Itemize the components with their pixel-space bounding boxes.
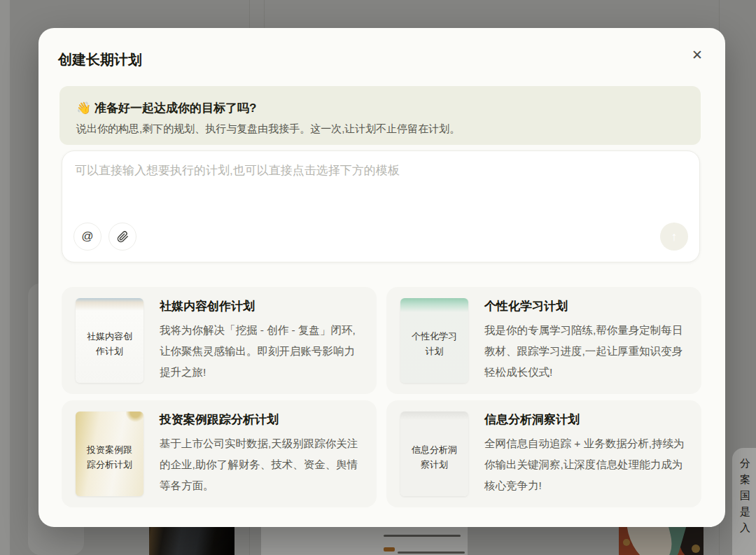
cover-text: 踪分析计划 [87, 457, 132, 472]
template-description: 我将为你解决「挖掘 - 创作 - 复盘」闭环,让你聚焦灵感输出。即刻开启账号影响… [160, 320, 363, 383]
dialog-title: 创建长期计划 [58, 50, 142, 69]
arrow-up-icon: ↑ [671, 230, 678, 244]
close-icon[interactable]: ✕ [686, 43, 708, 66]
cover-text: 社媒内容创 [87, 329, 132, 344]
banner-heading: 👋 准备好一起达成你的目标了吗? [76, 100, 684, 116]
template-title: 社媒内容创作计划 [160, 298, 363, 314]
plan-composer: @ ↑ [62, 150, 700, 262]
cover-text: 投资案例跟 [87, 442, 132, 457]
cover-text: 信息分析洞 [412, 442, 457, 457]
template-cover: 个性化学习 计划 [400, 298, 468, 383]
paperclip-icon [117, 231, 129, 243]
template-cover: 信息分析洞 察计划 [400, 412, 468, 496]
attach-button[interactable] [108, 223, 136, 251]
screen: 分 案 国 是 入 创建长期计划 ✕ 👋 准备好一起达成你的目标了吗? 说出你的… [0, 0, 756, 555]
template-description: 我是你的专属学习陪练,帮你量身定制每日教材、跟踪学习进度,一起让厚重知识变身轻松… [484, 320, 687, 383]
template-title: 投资案例跟踪分析计划 [160, 412, 363, 428]
template-description: 基于上市公司实时数据,天级别跟踪你关注的企业,助你了解财务、技术、资金、舆情等各… [160, 433, 363, 496]
cover-text: 个性化学习 [412, 329, 457, 344]
cover-text: 作计划 [96, 344, 123, 358]
template-grid: 社媒内容创 作计划 社媒内容创作计划 我将为你解决「挖掘 - 创作 - 复盘」闭… [62, 287, 701, 507]
cover-text: 察计划 [421, 457, 448, 472]
template-description: 全网信息自动追踪 + 业务数据分析,持续为你输出关键洞察,让深度信息处理能力成为… [484, 433, 687, 496]
at-icon: @ [81, 230, 93, 244]
banner-subtext: 说出你的构思,剩下的规划、执行与复盘由我接手。这一次,让计划不止停留在计划。 [76, 122, 684, 136]
create-plan-dialog: 创建长期计划 ✕ 👋 准备好一起达成你的目标了吗? 说出你的构思,剩下的规划、执… [38, 28, 725, 527]
template-card-personal-learning[interactable]: 个性化学习 计划 个性化学习计划 我是你的专属学习陪练,帮你量身定制每日教材、跟… [386, 287, 701, 394]
template-card-social-media[interactable]: 社媒内容创 作计划 社媒内容创作计划 我将为你解决「挖掘 - 创作 - 复盘」闭… [62, 287, 377, 394]
template-card-investment-tracking[interactable]: 投资案例跟 踪分析计划 投资案例跟踪分析计划 基于上市公司实时数据,天级别跟踪你… [62, 400, 377, 507]
mention-button[interactable]: @ [74, 223, 102, 251]
template-card-info-insight[interactable]: 信息分析洞 察计划 信息分析洞察计划 全网信息自动追踪 + 业务数据分析,持续为… [386, 400, 701, 507]
template-title: 信息分析洞察计划 [484, 412, 687, 428]
template-cover: 投资案例跟 踪分析计划 [76, 412, 144, 496]
template-title: 个性化学习计划 [484, 298, 687, 314]
cover-text: 计划 [426, 344, 444, 358]
plan-input[interactable] [75, 162, 688, 218]
send-button[interactable]: ↑ [660, 223, 688, 251]
welcome-banner: 👋 准备好一起达成你的目标了吗? 说出你的构思,剩下的规划、执行与复盘由我接手。… [59, 86, 701, 145]
template-cover: 社媒内容创 作计划 [76, 298, 144, 383]
